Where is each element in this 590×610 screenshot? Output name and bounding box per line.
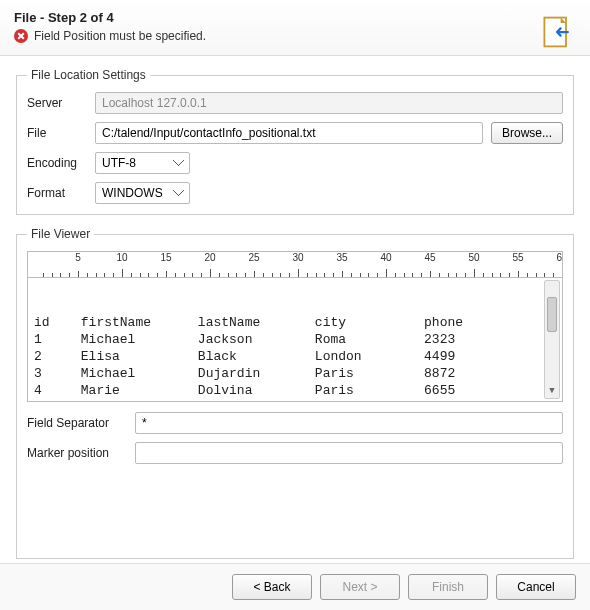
scroll-thumb[interactable]	[547, 297, 557, 332]
cancel-button[interactable]: Cancel	[496, 574, 576, 600]
encoding-select[interactable]: UTF-8	[95, 152, 190, 174]
finish-button[interactable]: Finish	[408, 574, 488, 600]
dialog-header: File - Step 2 of 4 Field Position must b…	[0, 0, 590, 56]
ruler-label: 15	[160, 252, 171, 263]
ruler-label: 45	[424, 252, 435, 263]
ruler-label: 50	[468, 252, 479, 263]
error-icon	[14, 29, 28, 43]
settings-legend: File Location Settings	[27, 68, 150, 82]
file-location-settings: File Location Settings Server File Brows…	[16, 68, 574, 215]
encoding-label: Encoding	[27, 156, 87, 170]
ruler-label: 55	[512, 252, 523, 263]
ruler-label: 60	[556, 252, 563, 263]
field-separator-input[interactable]	[135, 412, 563, 434]
file-label: File	[27, 126, 87, 140]
file-content-preview: id firstName lastName city phone 1 Micha…	[27, 277, 563, 402]
error-message: Field Position must be specified.	[34, 29, 206, 43]
wizard-dialog: File - Step 2 of 4 Field Position must b…	[0, 0, 590, 610]
ruler-label: 25	[248, 252, 259, 263]
marker-position-input[interactable]	[135, 442, 563, 464]
browse-button[interactable]: Browse...	[491, 122, 563, 144]
marker-position-label: Marker position	[27, 446, 127, 460]
format-select[interactable]: WINDOWS	[95, 182, 190, 204]
ruler-label: 20	[204, 252, 215, 263]
file-wizard-icon	[538, 14, 576, 50]
field-separator-label: Field Separator	[27, 416, 127, 430]
format-label: Format	[27, 186, 87, 200]
file-path-input[interactable]	[95, 122, 483, 144]
dialog-title: File - Step 2 of 4	[14, 10, 576, 25]
vertical-scrollbar[interactable]: ▲ ▼	[544, 280, 560, 399]
next-button[interactable]: Next >	[320, 574, 400, 600]
ruler-label: 10	[116, 252, 127, 263]
ruler-label: 30	[292, 252, 303, 263]
scroll-down-icon[interactable]: ▼	[545, 384, 559, 398]
ruler-label: 35	[336, 252, 347, 263]
back-button[interactable]: < Back	[232, 574, 312, 600]
viewer-legend: File Viewer	[27, 227, 94, 241]
server-label: Server	[27, 96, 87, 110]
column-ruler[interactable]: 51015202530354045505560	[27, 251, 563, 277]
ruler-label: 40	[380, 252, 391, 263]
dialog-footer: < Back Next > Finish Cancel	[0, 563, 590, 610]
error-line: Field Position must be specified.	[14, 29, 576, 43]
dialog-body: File Location Settings Server File Brows…	[0, 56, 590, 563]
file-viewer: File Viewer 51015202530354045505560 id f…	[16, 227, 574, 559]
ruler-label: 5	[75, 252, 81, 263]
server-select[interactable]	[95, 92, 563, 114]
